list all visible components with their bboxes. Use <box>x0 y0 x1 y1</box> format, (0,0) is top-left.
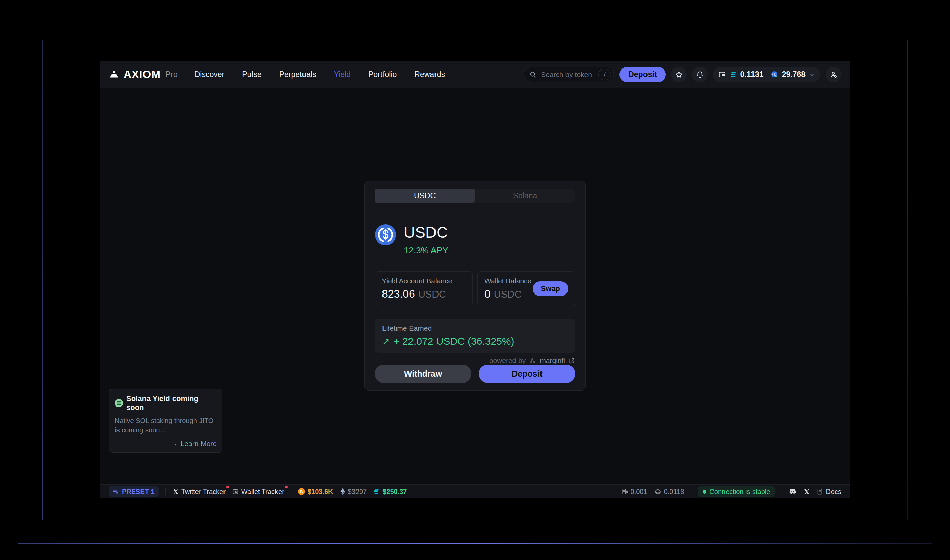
gas-fee-value: 0.001 <box>631 488 648 495</box>
notifications-button[interactable] <box>692 67 708 82</box>
search-shortcut-key: / <box>598 69 611 80</box>
sol-price[interactable]: $250.37 <box>373 488 407 495</box>
nav-item-perpetuals[interactable]: Perpetuals <box>279 70 316 79</box>
topbar-right-group: / Deposit <box>524 67 841 82</box>
usdc-icon <box>375 224 396 246</box>
wallet-balance-label: Wallet Balance <box>484 277 533 285</box>
lifetime-earned-label: Lifetime Earned <box>382 324 568 332</box>
btc-price[interactable]: B $103.6K <box>298 488 333 495</box>
divider <box>767 71 767 78</box>
twitter-tracker-button[interactable]: Twitter Tracker <box>173 488 225 495</box>
axiom-logo-icon <box>109 70 120 79</box>
docs-icon <box>817 488 823 495</box>
arrow-right-icon: → <box>171 440 177 448</box>
wallet-balance-menu[interactable]: 0.1131 29.768 <box>713 67 820 82</box>
tab-usdc[interactable]: USDC <box>375 189 475 203</box>
notification-dot <box>226 486 229 488</box>
eth-price-value: $3297 <box>348 488 367 495</box>
account-button[interactable] <box>826 67 841 82</box>
gas-pump-icon <box>621 488 628 495</box>
x-social-link[interactable] <box>803 488 810 495</box>
watchlist-button[interactable] <box>671 67 687 82</box>
x-logo-icon <box>173 488 179 495</box>
powered-by-row: powered by marginfi <box>375 357 575 365</box>
learn-more-link[interactable]: → Learn More <box>115 440 217 448</box>
wallet-tracker-icon <box>232 488 239 495</box>
status-bar: PRESET 1 Twitter Tracker <box>100 485 850 498</box>
divider <box>291 488 291 495</box>
page: AXIOM Pro Discover Pulse Perpetuals Yiel… <box>0 0 950 560</box>
nav-item-portfolio[interactable]: Portfolio <box>368 70 397 79</box>
deposit-button[interactable]: Deposit <box>479 365 575 383</box>
bitcoin-icon: B <box>298 488 305 495</box>
brand-logo[interactable]: AXIOM Pro <box>109 68 177 81</box>
swap-button[interactable]: Swap <box>533 282 568 296</box>
sol-balance: 0.1131 <box>740 70 763 79</box>
twitter-tracker-label: Twitter Tracker <box>181 488 225 495</box>
wallet-tracker-label: Wallet Tracker <box>241 488 284 495</box>
card-actions: Withdraw Deposit <box>375 365 575 383</box>
preset-selector[interactable]: PRESET 1 <box>109 486 159 497</box>
brand-name: AXIOM <box>123 68 161 81</box>
priority-fee-value: 0.0118 <box>664 488 684 495</box>
wallet-balance-value: 0 <box>484 288 490 300</box>
toast-body: Native SOL staking through JITO is comin… <box>115 416 217 435</box>
eth-price[interactable]: $3297 <box>340 488 367 495</box>
powered-by-name: marginfi <box>540 357 565 365</box>
chevron-down-icon <box>809 72 815 78</box>
external-link-icon[interactable] <box>568 357 575 364</box>
bell-icon <box>696 71 704 78</box>
token-tabs: USDC Solana <box>375 189 575 203</box>
wallet-icon <box>719 71 726 78</box>
docs-link[interactable]: Docs <box>817 488 841 495</box>
powered-by-prefix: powered by <box>489 357 526 365</box>
tab-solana[interactable]: Solana <box>475 189 575 203</box>
solana-coin-icon <box>115 399 123 407</box>
nav-item-pulse[interactable]: Pulse <box>242 70 262 79</box>
connection-dot <box>703 490 706 494</box>
solana-icon <box>729 71 737 78</box>
withdraw-button[interactable]: Withdraw <box>375 365 471 383</box>
token-symbol: USDC <box>404 224 448 241</box>
discord-link[interactable] <box>789 488 797 495</box>
gas-fee: 0.001 <box>621 488 648 495</box>
main-content: USDC Solana USDC 12 <box>100 88 850 485</box>
toast-title: Solana Yield coming soon <box>126 394 217 412</box>
nav-item-yield[interactable]: Yield <box>334 70 351 79</box>
divider <box>691 488 691 495</box>
solana-yield-toast[interactable]: Solana Yield coming soon Native SOL stak… <box>109 389 222 453</box>
btc-price-value: $103.6K <box>308 488 333 495</box>
balances-row: Yield Account Balance 823.06 USDC Wallet… <box>375 271 575 306</box>
search-box[interactable]: / <box>524 67 614 82</box>
marginfi-logo-icon <box>529 357 537 364</box>
token-header: USDC 12.3% APY <box>375 224 575 256</box>
coin-icon <box>654 488 662 495</box>
nav-item-discover[interactable]: Discover <box>194 70 225 79</box>
user-settings-icon <box>830 71 837 78</box>
priority-fee: 0.0118 <box>654 488 684 495</box>
star-icon <box>675 71 683 78</box>
docs-label: Docs <box>826 488 841 495</box>
divider <box>165 488 166 495</box>
solana-icon <box>373 488 380 495</box>
connection-status: Connection is stable <box>698 486 775 497</box>
search-icon <box>529 71 537 78</box>
top-navigation-bar: AXIOM Pro Discover Pulse Perpetuals Yiel… <box>100 61 850 88</box>
arrow-up-right-icon: ↗ <box>382 336 390 347</box>
brand-suffix: Pro <box>165 70 177 79</box>
lifetime-earned-box: Lifetime Earned ↗ + 22.072 USDC (36.325%… <box>375 319 575 352</box>
search-input[interactable] <box>540 70 595 79</box>
yield-account-balance-box: Yield Account Balance 823.06 USDC <box>375 271 473 306</box>
preset-label: PRESET 1 <box>122 488 154 495</box>
wallet-tracker-button[interactable]: Wallet Tracker <box>232 488 284 495</box>
nav-item-rewards[interactable]: Rewards <box>414 70 445 79</box>
svg-text:B: B <box>300 489 303 494</box>
deposit-button-top[interactable]: Deposit <box>620 67 665 82</box>
ethereum-icon <box>340 488 345 495</box>
sol-price-value: $250.37 <box>382 488 407 495</box>
main-nav: Discover Pulse Perpetuals Yield Portfoli… <box>194 70 445 79</box>
notification-dot <box>285 486 288 488</box>
preset-sliders-icon <box>113 488 119 495</box>
app-window: AXIOM Pro Discover Pulse Perpetuals Yiel… <box>100 61 850 498</box>
token-apy: 12.3% APY <box>404 245 448 256</box>
